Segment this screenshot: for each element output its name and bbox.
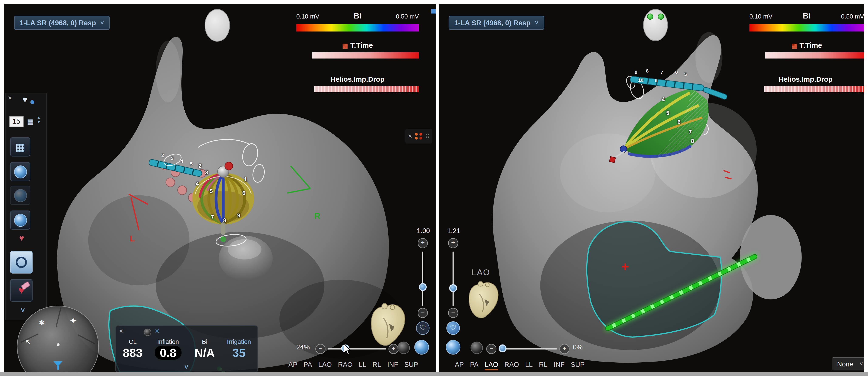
toolbar-expand-chevron[interactable]: ˅ (21, 306, 25, 314)
stat-bi: Bi N/A (189, 338, 220, 359)
wheel-spoke (78, 334, 95, 344)
zoom-in-button[interactable]: + (448, 238, 458, 248)
ttime-color-bar[interactable] (765, 52, 864, 58)
shading-toggle-button[interactable] (470, 342, 483, 354)
helios-color-bar[interactable] (314, 86, 419, 92)
zoom-in-button[interactable]: + (417, 238, 428, 248)
heart-small-icon: ♥ (19, 233, 24, 243)
stats-expand-chevron[interactable]: ˅ (184, 363, 188, 371)
fill-track[interactable] (499, 348, 557, 349)
orientation-rao[interactable]: RAO (338, 361, 353, 369)
patient-location-indicator (205, 9, 230, 41)
ttime-row: ▦T.Time (749, 41, 864, 50)
orientation-rl[interactable]: RL (372, 361, 381, 369)
rotation-toggle-button[interactable] (414, 340, 429, 354)
zoom-track[interactable] (422, 252, 423, 306)
ttime-color-bar[interactable] (312, 52, 419, 58)
chevron-down-icon: ˅ (860, 361, 863, 367)
stats-freeze-icon[interactable]: ✳ (155, 327, 160, 335)
map-selector-label: 1-LA SR (4968, 0) Resp (454, 19, 530, 27)
zoom-out-button[interactable]: − (417, 308, 428, 318)
orientation-inf[interactable]: INF (554, 361, 564, 370)
orientation-ap[interactable]: AP (288, 361, 298, 369)
patch-status-dot (658, 13, 664, 20)
points-count-field[interactable]: 15 (9, 116, 24, 127)
orientation-rl[interactable]: RL (539, 361, 548, 370)
grid-map-button[interactable]: ▦ (10, 137, 30, 156)
fill-percent-value: 24% (288, 343, 310, 351)
map-viewport-left[interactable]: L R 1 2 3 4 5 6 7 8 9 2 3 4 5 1-LA SR (4… (4, 4, 436, 372)
pointer-tool-icon[interactable]: ↖ (25, 338, 31, 346)
mini-panel-close-button[interactable]: × (408, 133, 412, 139)
helios-label: Helios.Imp.Drop (296, 76, 419, 83)
heart-tool-icon: ♥ (23, 95, 28, 104)
stats-sphere-icon[interactable] (144, 328, 151, 336)
helios-hatch (314, 86, 419, 92)
shading-toggle-button[interactable] (398, 342, 410, 354)
catheter-view-button-2[interactable] (10, 186, 30, 205)
stat-cl: CL 883 (118, 338, 148, 359)
catheter-view-button-1[interactable] (10, 162, 30, 181)
orientation-pa[interactable]: PA (304, 361, 312, 369)
chevron-down-icon: ˅ (100, 20, 104, 26)
chevron-down-icon: ˅ (535, 20, 538, 26)
orientation-ll[interactable]: LL (359, 361, 366, 369)
heart-view-button[interactable]: ♡ (416, 321, 430, 335)
grab-tool-icon[interactable]: ✱ (39, 319, 45, 327)
orientation-sup[interactable]: SUP (571, 361, 585, 370)
orientation-lao-active[interactable]: LAO (485, 361, 498, 370)
scale-max-label: 0.50 mV (841, 13, 864, 20)
zoom-out-button[interactable]: − (448, 308, 458, 318)
visibility-filter-value: None (837, 360, 853, 368)
stat-irrigation: Irrigation 35 (222, 338, 256, 359)
grid-map-icon: ▦ (15, 140, 25, 153)
fill-increase-button[interactable]: + (389, 344, 399, 354)
erase-tool-button[interactable]: ♥ (10, 279, 33, 302)
fill-track[interactable] (328, 348, 386, 349)
helios-color-bar[interactable] (764, 86, 864, 92)
orientation-pa[interactable]: PA (470, 361, 478, 370)
heart-view-button[interactable]: ♡ (446, 321, 460, 335)
tag-dots-icon[interactable] (415, 133, 423, 140)
orientation-ll[interactable]: LL (525, 361, 533, 370)
orientation-sup[interactable]: SUP (404, 361, 418, 369)
circle-select-tool-button[interactable] (10, 251, 33, 273)
zoom-handle[interactable] (419, 283, 427, 291)
visibility-filter-dropdown[interactable]: None ˅ (833, 357, 864, 370)
fill-decrease-button[interactable]: − (315, 344, 326, 354)
fill-increase-button[interactable]: + (559, 344, 569, 354)
map-viewport-right[interactable]: 4 5 6 7 8 9 8 7 10 6 0 5 1-LA SR (4968, … (439, 4, 864, 372)
heart-reference-icon[interactable] (465, 279, 502, 321)
catheter-view-button-3[interactable] (10, 210, 30, 230)
orientation-lao[interactable]: LAO (318, 361, 332, 369)
bipolar-color-bar[interactable] (749, 24, 864, 31)
tags-mini-panel: × ⠿ (405, 129, 433, 144)
anatomy-scene-right[interactable] (439, 4, 864, 372)
red-electrode-marker (609, 156, 615, 163)
orientation-rao[interactable]: RAO (504, 361, 519, 370)
orientation-ap[interactable]: AP (455, 361, 464, 370)
map-selector-dropdown[interactable]: 1-LA SR (4968, 0) Resp ˅ (14, 16, 110, 30)
wheel-spoke (56, 308, 61, 327)
toolbar-close-button[interactable]: × (8, 95, 12, 100)
count-decrement-arrow[interactable]: ▾ (38, 120, 40, 124)
bipolar-color-bar[interactable] (296, 24, 419, 31)
zoom-value: 1.00 (411, 227, 436, 235)
heart-reference-icon[interactable] (367, 301, 409, 348)
zoom-value: 1.21 (441, 227, 466, 235)
mini-panel-grip[interactable]: ⠿ (426, 133, 430, 139)
zoom-handle[interactable] (449, 284, 457, 292)
catheter-sphere-icon (14, 213, 27, 227)
zoom-track[interactable] (453, 252, 454, 306)
stats-close-button[interactable]: × (119, 328, 123, 334)
wand-tool-icon[interactable]: ✦ (69, 315, 77, 327)
fill-handle[interactable] (499, 345, 506, 352)
scale-max-label: 0.50 mV (396, 13, 419, 20)
stat-inflation: Inflation 0.8 (150, 338, 187, 359)
rotation-toggle-button[interactable] (446, 340, 461, 354)
map-selector-dropdown[interactable]: 1-LA SR (4968, 0) Resp ˅ (449, 16, 544, 30)
scale-name-label: Bi (803, 11, 811, 20)
filter-funnel-stem (57, 366, 59, 370)
fill-decrease-button[interactable]: − (486, 344, 496, 354)
orientation-inf[interactable]: INF (387, 361, 398, 369)
